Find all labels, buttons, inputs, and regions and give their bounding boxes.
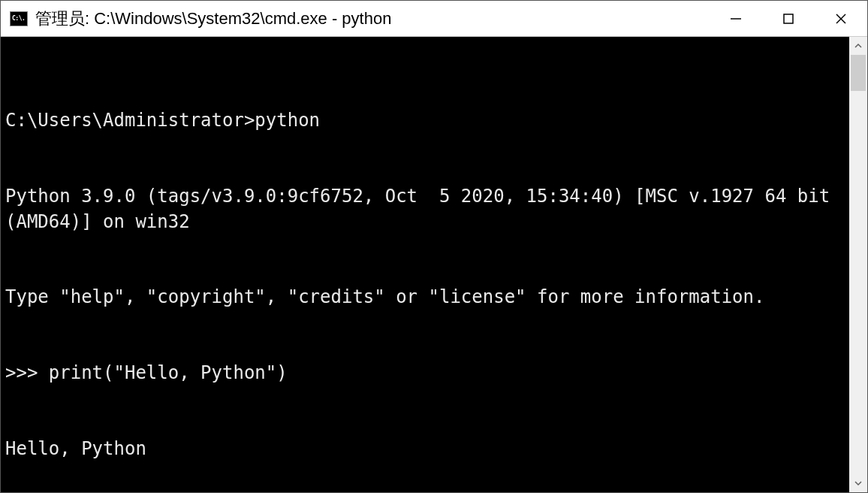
maximize-icon [782,12,795,26]
close-icon [834,12,848,26]
terminal-output[interactable]: C:\Users\Administrator>python Python 3.9… [1,37,849,492]
window-title: 管理员: C:\Windows\System32\cmd.exe - pytho… [35,8,710,30]
terminal-line: Hello, Python [5,437,849,462]
content-area: C:\Users\Administrator>python Python 3.9… [1,37,867,492]
svg-rect-1 [784,14,793,23]
vertical-scrollbar[interactable] [849,37,867,492]
close-button[interactable] [815,1,867,36]
minimize-button[interactable] [710,1,762,36]
terminal-line: >>> print("Hello, Python") [5,361,849,386]
scroll-track[interactable] [849,55,867,474]
chevron-up-icon [854,41,863,50]
scroll-down-button[interactable] [849,474,867,492]
cmd-icon: C:\. [10,11,28,26]
cmd-icon-label: C:\. [12,15,25,22]
scroll-up-button[interactable] [849,37,867,55]
maximize-button[interactable] [762,1,815,36]
titlebar[interactable]: C:\. 管理员: C:\Windows\System32\cmd.exe - … [1,1,867,37]
window-controls [710,1,867,36]
terminal-window: C:\. 管理员: C:\Windows\System32\cmd.exe - … [0,0,868,493]
scroll-thumb[interactable] [851,55,866,91]
chevron-down-icon [854,479,863,488]
terminal-line: Type "help", "copyright", "credits" or "… [5,285,849,310]
terminal-line: Python 3.9.0 (tags/v3.9.0:9cf6752, Oct 5… [5,184,849,234]
terminal-line: C:\Users\Administrator>python [5,108,849,134]
minimize-icon [729,12,743,26]
